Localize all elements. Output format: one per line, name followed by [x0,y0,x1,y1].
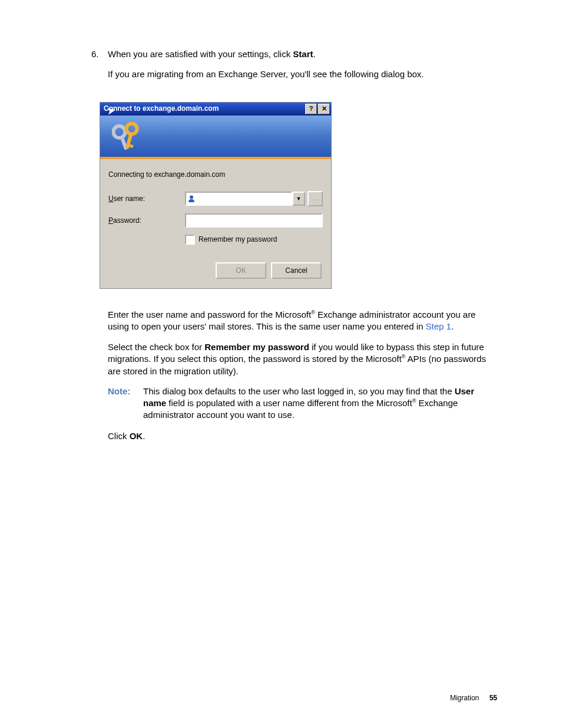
dialog-banner [100,116,331,159]
step-line-1: When you are satisfied with your setting… [108,48,424,60]
page-footer: Migration 55 [450,694,497,702]
username-label: User name: [108,194,185,203]
remember-checkbox[interactable] [185,235,195,245]
note-body: This dialog box defaults to the user who… [143,386,497,421]
username-input[interactable] [185,192,292,206]
dialog-titlebar: ➤ Connect to exchange.domain.com ? ✕ [100,103,331,116]
cancel-button[interactable]: Cancel [271,262,322,279]
password-input[interactable] [185,213,323,228]
step-line-2: If you are migrating from an Exchange Se… [108,68,424,80]
step1-link[interactable]: Step 1 [426,321,451,331]
browse-button[interactable]: ... [308,191,323,206]
footer-section: Migration [450,694,479,702]
paragraph-click-ok: Click OK. [108,430,497,442]
ok-button[interactable]: OK [216,262,266,279]
connect-dialog: ➤ Connect to exchange.domain.com ? ✕ Con [100,102,332,289]
remember-label: Remember my password [199,235,277,244]
paragraph-remember: Select the check box for Remember my pas… [108,341,497,377]
svg-point-3 [125,122,138,135]
help-button[interactable]: ? [305,104,317,114]
close-button[interactable]: ✕ [318,104,330,114]
user-icon [187,195,196,203]
step-6: 6. When you are satisfied with your sett… [91,48,497,89]
step-number: 6. [91,48,108,89]
password-label: Password: [108,216,185,225]
dialog-title: Connect to exchange.domain.com [104,104,304,113]
svg-point-0 [112,124,127,139]
note: Note: This dialog box defaults to the us… [108,386,497,421]
keys-icon [112,120,141,153]
connecting-text: Connecting to exchange.domain.com [108,170,323,179]
svg-point-6 [190,195,193,199]
note-label: Note: [108,386,143,421]
footer-page: 55 [490,694,497,702]
paragraph-enter-credentials: Enter the user name and password for the… [108,309,497,333]
username-dropdown[interactable]: ▼ [292,192,305,206]
svg-rect-5 [129,144,133,147]
